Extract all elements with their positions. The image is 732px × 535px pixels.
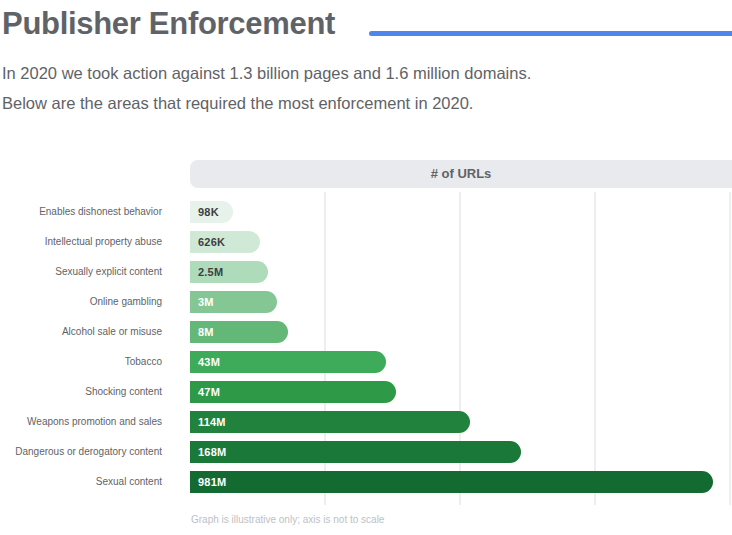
bar: 3M — [190, 291, 277, 313]
bar-value-label: 981M — [190, 471, 713, 493]
chart-row: Shocking content47M — [0, 381, 732, 403]
bar: 981M — [190, 471, 713, 493]
chart-row: Intellectual property abuse626K — [0, 231, 732, 253]
publisher-enforcement-infographic: Publisher Enforcement In 2020 we took ac… — [0, 0, 732, 535]
bar: 43M — [190, 351, 386, 373]
chart-row: Sexually explicit content2.5M — [0, 261, 732, 283]
bar: 8M — [190, 321, 288, 343]
category-label: Alcohol sale or misuse — [0, 321, 162, 343]
bar: 114M — [190, 411, 470, 433]
chart-footnote: Graph is illustrative only; axis is not … — [191, 514, 384, 525]
category-label: Sexually explicit content — [0, 261, 162, 283]
category-label: Tobacco — [0, 351, 162, 373]
chart-row: Online gambling3M — [0, 291, 732, 313]
chart-column-header: # of URLs — [190, 160, 732, 188]
page-title: Publisher Enforcement — [2, 6, 335, 42]
bar: 2.5M — [190, 261, 268, 283]
bar-value-label: 98K — [190, 201, 233, 223]
subtitle-line-2: Below are the areas that required the mo… — [2, 94, 473, 113]
category-label: Dangerous or derogatory content — [0, 441, 162, 463]
category-label: Sexual content — [0, 471, 162, 493]
bar-value-label: 3M — [190, 291, 277, 313]
subtitle-line-1: In 2020 we took action against 1.3 billi… — [2, 64, 531, 83]
chart-row: Dangerous or derogatory content168M — [0, 441, 732, 463]
bar-value-label: 2.5M — [190, 261, 268, 283]
category-label: Online gambling — [0, 291, 162, 313]
category-label: Enables dishonest behavior — [0, 201, 162, 223]
bar-value-label: 626K — [190, 231, 260, 253]
bar: 98K — [190, 201, 233, 223]
category-label: Shocking content — [0, 381, 162, 403]
bar-value-label: 43M — [190, 351, 386, 373]
chart-row: Tobacco43M — [0, 351, 732, 373]
title-accent-rule — [369, 31, 732, 36]
chart-row: Alcohol sale or misuse8M — [0, 321, 732, 343]
chart-row: Weapons promotion and sales114M — [0, 411, 732, 433]
category-label: Intellectual property abuse — [0, 231, 162, 253]
bar: 47M — [190, 381, 396, 403]
bar-value-label: 114M — [190, 411, 470, 433]
bar-value-label: 8M — [190, 321, 288, 343]
chart-row: Enables dishonest behavior98K — [0, 201, 732, 223]
chart-row: Sexual content981M — [0, 471, 732, 493]
bar-value-label: 47M — [190, 381, 396, 403]
bar-value-label: 168M — [190, 441, 521, 463]
bar: 626K — [190, 231, 260, 253]
bar: 168M — [190, 441, 521, 463]
category-label: Weapons promotion and sales — [0, 411, 162, 433]
